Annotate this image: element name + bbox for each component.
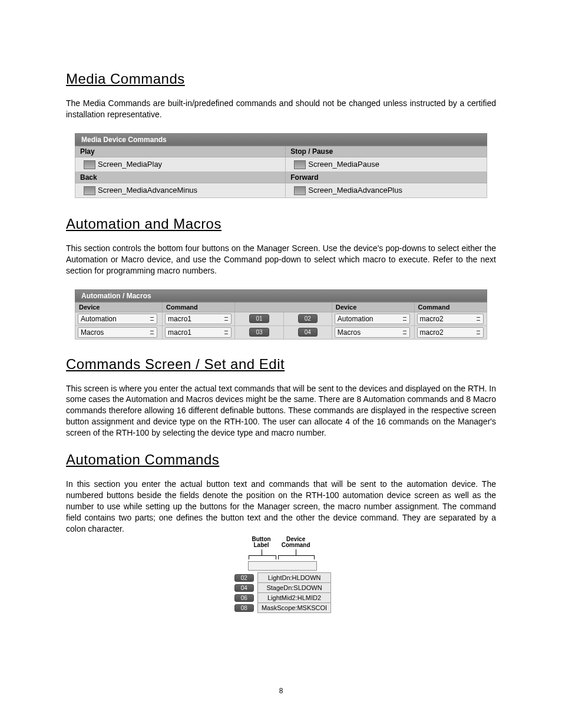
commands-screen-paragraph: This screen is where you enter the actua… [66,383,496,439]
cmd-text[interactable]: MaskScope:MSKSCOI [257,603,330,613]
media-device-commands-panel: Media Device Commands Play Stop / Pause … [75,133,487,198]
command-popdown[interactable]: macro2 [417,327,484,338]
media-row1-right-value-cell[interactable]: Screen_MediaPause [286,157,487,172]
media-row1-left-value: Screen_MediaPlay [98,160,162,169]
command-popdown[interactable]: macro1 [165,327,232,338]
media-commands-heading: Media Commands [66,71,496,87]
sample-command-field [248,561,317,571]
device-popdown[interactable]: Macros [78,327,157,338]
automation-macros-paragraph: This section controls the bottom four bu… [66,243,496,276]
media-row1-right-label: Stop / Pause [286,146,487,157]
slot-04-button[interactable]: 04 [234,584,254,592]
slot-04-button[interactable]: 04 [298,328,318,337]
device-popdown[interactable]: Macros [335,327,410,338]
slot-02-button[interactable]: 02 [298,314,318,323]
cmd-text[interactable]: StageDn:SLDOWN [257,583,330,593]
media-row2-left-value: Screen_MediaAdvanceMinus [98,186,197,195]
automation-commands-heading: Automation Commands [66,452,496,468]
media-commands-paragraph: The Media Commands are built-in/predefin… [66,98,496,120]
thumb-icon [294,160,306,169]
thumb-icon [84,186,95,195]
media-panel-title: Media Device Commands [75,133,487,146]
am-hdr-command-r: Command [414,302,487,312]
command-examples-table: 02LightDn:HLDOWN 04StageDn:SLDOWN 06Ligh… [231,572,331,613]
device-popdown[interactable]: Automation [335,314,410,324]
command-popdown[interactable]: macro2 [417,314,484,324]
automation-macros-heading: Automation and Macros [66,216,496,232]
command-popdown[interactable]: macro1 [165,314,232,324]
commands-screen-heading: Commands Screen / Set and Edit [66,356,496,373]
button-label-diagram: Button Label Device Command 02LightDn:HL… [222,536,340,613]
am-hdr-command-l: Command [163,302,235,312]
slot-02-button[interactable]: 02 [234,574,254,582]
cmd-text[interactable]: LightMid2:HLMID2 [257,593,330,603]
diagram-label-command: Device Command [282,536,310,548]
am-panel-title: Automation / Macros [75,289,487,302]
automation-commands-paragraph: In this section you enter the actual but… [66,479,496,534]
media-row2-right-value-cell[interactable]: Screen_MediaAdvancePlus [286,183,487,197]
cmd-text[interactable]: LightDn:HLDOWN [257,573,330,583]
am-hdr-device-r: Device [332,302,414,312]
slot-01-button[interactable]: 01 [249,314,269,323]
media-row1-right-value: Screen_MediaPause [308,160,379,169]
page-number: 8 [0,687,562,695]
am-hdr-device-l: Device [75,302,163,312]
media-row2-left-label: Back [75,172,286,183]
media-row2-left-value-cell[interactable]: Screen_MediaAdvanceMinus [75,183,286,197]
media-row1-left-value-cell[interactable]: Screen_MediaPlay [75,157,286,172]
media-row2-right-label: Forward [286,172,487,183]
slot-08-button[interactable]: 08 [234,604,254,612]
media-row2-right-value: Screen_MediaAdvancePlus [308,186,402,195]
media-row1-left-label: Play [75,146,286,157]
slot-03-button[interactable]: 03 [249,328,269,337]
slot-06-button[interactable]: 06 [234,594,254,602]
thumb-icon [294,186,306,195]
thumb-icon [84,160,95,169]
automation-macros-panel: Automation / Macros Device Command Devic… [75,289,487,340]
device-popdown[interactable]: Automation [78,314,157,324]
diagram-label-button: Button Label [252,536,270,548]
